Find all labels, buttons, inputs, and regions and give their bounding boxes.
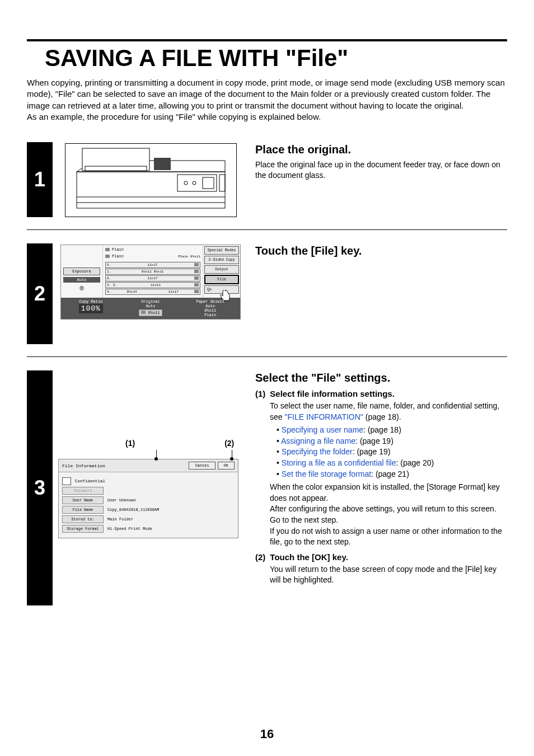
svg-rect-8 xyxy=(203,177,214,189)
step1-illustration xyxy=(58,142,243,217)
link-storing-confidential[interactable]: Storing a file as a confidential file xyxy=(282,458,396,467)
svg-point-6 xyxy=(184,181,188,185)
original-size: 8½x11 xyxy=(148,311,160,315)
tray-icon xyxy=(105,255,110,258)
title-rule xyxy=(27,39,507,41)
bullet-item: Assigning a file name: (page 19) xyxy=(277,436,507,447)
copy-screen-panel: Exposure Auto ◎ Plain xyxy=(60,245,241,320)
link-specify-user-name[interactable]: Specifying a user name xyxy=(282,425,363,434)
callout-numbers: (1) (2) xyxy=(58,439,234,448)
callout-1: (1) xyxy=(125,439,135,448)
confidential-checkbox[interactable] xyxy=(62,477,71,485)
step-1: 1 xyxy=(27,142,507,230)
password-button[interactable]: Password xyxy=(62,487,104,495)
two-sided-copy-button[interactable]: 2-Sided Copy xyxy=(204,256,239,264)
tray-icon xyxy=(141,311,146,314)
paper-tray-row: 4.8½x1411x17 xyxy=(105,289,200,295)
file-information-link[interactable]: "FILE INFORMATION" xyxy=(284,412,363,421)
plain-label: Plain xyxy=(112,247,124,252)
file-info-title: File Information xyxy=(62,463,105,468)
hand-cursor-icon xyxy=(218,290,231,303)
paper-select-size: 8½x11 xyxy=(182,308,238,313)
storageformat-value: Hi-Speed Print Mode xyxy=(106,527,235,531)
tray-icon xyxy=(105,248,110,251)
page-number: 16 xyxy=(0,727,534,741)
sub1-lead-tail: (page 18). xyxy=(363,412,401,421)
callout-2: (2) xyxy=(224,439,234,448)
bullet-item: Specifying a user name: (page 18) xyxy=(277,425,507,436)
exposure-dial-icon: ◎ xyxy=(63,284,100,292)
original-value: Auto xyxy=(123,304,179,308)
size-label: Plain 8½x11 xyxy=(178,255,200,259)
steps-container: 1 xyxy=(27,142,507,618)
copy-ratio-value: 100% xyxy=(79,304,103,313)
confidential-label: Confidential xyxy=(75,479,105,483)
storedto-value: Main Folder xyxy=(106,517,235,522)
step3-heading: Select the "File" settings. xyxy=(255,372,507,384)
plain-label: Plain xyxy=(112,254,124,259)
sub2-title: Touch the [OK] key. xyxy=(270,552,348,562)
sub2-text: You will return to the base screen of co… xyxy=(270,564,507,586)
link-assigning-file-name[interactable]: Assigning a file name xyxy=(281,436,355,445)
step-number: 2 xyxy=(27,243,53,344)
step2-illustration: Exposure Auto ◎ Plain xyxy=(58,243,243,344)
ok-button[interactable]: OK xyxy=(218,462,235,469)
sub1-heading: (1) Select file information settings. xyxy=(255,389,507,398)
step1-heading: Place the original. xyxy=(255,143,507,156)
paper-select-value: Auto xyxy=(182,304,238,308)
special-modes-button[interactable]: Special Modes xyxy=(204,246,239,255)
svg-rect-9 xyxy=(219,175,225,191)
exposure-value: Auto xyxy=(65,278,99,282)
svg-rect-3 xyxy=(85,166,147,171)
paper-tray-row: 5.11x17 xyxy=(105,262,200,268)
link-storage-format[interactable]: Set the file storage format xyxy=(282,469,371,478)
step1-text: Place the original face up in the docume… xyxy=(255,159,507,181)
paper-tray-row: 1.8½x11 8½x11 xyxy=(105,269,200,275)
svg-point-7 xyxy=(193,181,196,185)
original-section[interactable]: Original Auto 8½x11 xyxy=(123,299,179,317)
username-value: User Unknown xyxy=(106,498,235,503)
storedto-button[interactable]: Stored to: xyxy=(62,515,104,523)
sub1-body: To select the user name, file name, fold… xyxy=(270,401,507,548)
printer-device-icon xyxy=(65,143,237,217)
paper-tray-row: 6.11x17 xyxy=(105,275,200,281)
copy-ratio-section[interactable]: Copy Ratio 100% xyxy=(63,299,119,317)
filename-button[interactable]: File Name xyxy=(62,506,104,514)
paper-select-type: Plain xyxy=(182,313,238,317)
bullet-item: Specifying the folder: (page 19) xyxy=(277,447,507,458)
file-information-panel: File Information Cancel OK Confidential xyxy=(58,459,238,538)
file-button[interactable]: File xyxy=(204,275,239,284)
bullet-item: Set the file storage format: (page 21) xyxy=(277,469,507,480)
svg-rect-4 xyxy=(154,158,171,170)
step2-heading: Touch the [File] key. xyxy=(255,245,507,257)
sub1-post: When the color expansion kit is installe… xyxy=(270,482,507,548)
sub2-number: (2) xyxy=(255,552,265,562)
paper-tray-row: 2. 3.11x11 xyxy=(105,282,200,288)
sub2-heading: (2) Touch the [OK] key. xyxy=(255,552,507,562)
exposure-label[interactable]: Exposure xyxy=(63,267,100,275)
cancel-button[interactable]: Cancel xyxy=(189,462,215,469)
sub1-title: Select file information settings. xyxy=(270,389,395,398)
step-2: 2 Exposure Auto ◎ xyxy=(27,243,507,357)
copy-ratio-label: Copy Ratio xyxy=(63,299,119,304)
username-button[interactable]: User Name xyxy=(62,496,104,504)
step-number: 3 xyxy=(27,370,53,605)
step-3: 3 (1) (2) File Information xyxy=(27,370,507,618)
step3-illustration: (1) (2) File Information Cancel OK xyxy=(58,370,243,605)
original-label: Original xyxy=(123,299,179,304)
step-number: 1 xyxy=(27,142,53,217)
bullet-item: Storing a file as a confidential file: (… xyxy=(277,458,507,469)
link-specifying-folder[interactable]: Specifying the folder xyxy=(282,447,353,456)
intro-text: When copying, printing or transmitting a… xyxy=(27,77,507,123)
storageformat-button[interactable]: Storage Format xyxy=(62,525,104,533)
filename-value: Copy_04042010_112030AM xyxy=(106,508,235,512)
page-title: SAVING A FILE WITH "File" xyxy=(27,45,507,72)
sub1-number: (1) xyxy=(255,389,265,398)
output-button[interactable]: Output xyxy=(204,265,239,274)
